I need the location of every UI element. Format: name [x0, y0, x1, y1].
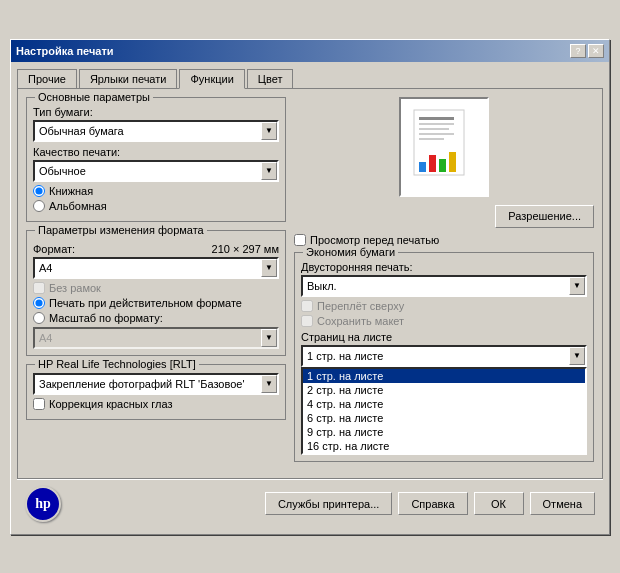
- left-column: Основные параметры Тип бумаги: Обычная б…: [26, 97, 286, 470]
- svg-rect-4: [419, 133, 454, 135]
- print-quality-label: Качество печати:: [33, 146, 279, 158]
- svg-rect-3: [419, 128, 449, 130]
- print-actual-radio[interactable]: [33, 297, 45, 309]
- print-actual-row: Печать при действительном формате: [33, 297, 279, 309]
- print-preview-box: [399, 97, 489, 197]
- format-params-group: Параметры изменения формата Формат: 210 …: [26, 230, 286, 356]
- scale-select-wrapper: A4 ▼: [33, 327, 279, 349]
- no-borders-row: Без рамок: [33, 282, 279, 294]
- paper-type-select[interactable]: Обычная бумага: [33, 120, 279, 142]
- svg-rect-7: [429, 155, 436, 172]
- tab-shortcuts[interactable]: Ярлыки печати: [79, 69, 178, 89]
- red-eye-label: Коррекция красных глаз: [49, 398, 172, 410]
- window-body: Прочие Ярлыки печати Функции Цвет Основн…: [11, 62, 609, 534]
- tab-content: Основные параметры Тип бумаги: Обычная б…: [17, 88, 603, 479]
- save-layout-label: Сохранить макет: [317, 315, 404, 327]
- window-controls: ? ✕: [570, 44, 604, 58]
- format-field-label: Формат:: [33, 243, 75, 255]
- tab-bar: Прочие Ярлыки печати Функции Цвет: [17, 68, 603, 88]
- scale-format-row: Масштаб по формату:: [33, 312, 279, 324]
- help-button[interactable]: Справка: [398, 492, 467, 515]
- economy-label: Экономия бумаги: [303, 246, 398, 258]
- preview-before-print-checkbox[interactable]: [294, 234, 306, 246]
- preview-svg: [409, 107, 479, 187]
- help-title-button[interactable]: ?: [570, 44, 586, 58]
- pages-list-item-4[interactable]: 6 стр. на листе: [303, 411, 585, 425]
- tab-color[interactable]: Цвет: [247, 69, 294, 89]
- pages-combo: ▼ 1 стр. на листе 2 стр. на листе 4 стр.…: [301, 345, 587, 455]
- staple-label: Переплёт сверху: [317, 300, 404, 312]
- services-button[interactable]: Службы принтера...: [265, 492, 392, 515]
- save-layout-checkbox[interactable]: [301, 315, 313, 327]
- rlt-group: HP Real Life Technologies [RLT] Закрепле…: [26, 364, 286, 420]
- basic-params-group: Основные параметры Тип бумаги: Обычная б…: [26, 97, 286, 222]
- bottom-bar: hp Службы принтера... Справка ОК Отмена: [17, 479, 603, 528]
- tab-other[interactable]: Прочие: [17, 69, 77, 89]
- pages-combo-input[interactable]: [301, 345, 587, 367]
- bottom-buttons: Службы принтера... Справка ОК Отмена: [265, 492, 595, 515]
- pages-per-sheet-section: Страниц на листе ▼ 1 стр. на листе: [301, 331, 587, 455]
- save-layout-row: Сохранить макет: [301, 315, 587, 327]
- resolution-row: Разрешение...: [294, 205, 594, 228]
- no-borders-checkbox[interactable]: [33, 282, 45, 294]
- basic-params-label: Основные параметры: [35, 91, 153, 103]
- orientation-book-radio[interactable]: [33, 185, 45, 197]
- red-eye-row: Коррекция красных глаз: [33, 398, 279, 410]
- hp-logo: hp: [25, 486, 61, 522]
- pages-list-item-6[interactable]: 16 стр. на листе: [303, 439, 585, 453]
- format-dimensions: 210 × 297 мм: [212, 243, 279, 255]
- ok-button[interactable]: ОК: [474, 492, 524, 515]
- print-settings-window: Настройка печати ? ✕ Прочие Ярлыки печат…: [10, 39, 610, 535]
- scale-format-radio[interactable]: [33, 312, 45, 324]
- format-select-wrapper: A4 ▼: [33, 257, 279, 279]
- preview-checkbox-row: Просмотр перед печатью: [294, 234, 594, 246]
- svg-rect-2: [419, 123, 454, 125]
- orientation-album-label: Альбомная: [49, 200, 107, 212]
- duplex-label: Двусторонняя печать:: [301, 261, 587, 273]
- svg-rect-5: [419, 138, 444, 140]
- rlt-select[interactable]: Закрепление фотографий RLT 'Базовое': [33, 373, 279, 395]
- duplex-select[interactable]: Выкл.: [301, 275, 587, 297]
- main-layout: Основные параметры Тип бумаги: Обычная б…: [26, 97, 594, 470]
- tab-functions[interactable]: Функции: [179, 69, 244, 89]
- title-bar: Настройка печати ? ✕: [11, 40, 609, 62]
- staple-checkbox[interactable]: [301, 300, 313, 312]
- orientation-album-row: Альбомная: [33, 200, 279, 212]
- paper-type-label: Тип бумаги:: [33, 106, 279, 118]
- pages-list-item-2[interactable]: 2 стр. на листе: [303, 383, 585, 397]
- close-title-button[interactable]: ✕: [588, 44, 604, 58]
- orientation-book-label: Книжная: [49, 185, 93, 197]
- no-borders-label: Без рамок: [49, 282, 101, 294]
- staple-row: Переплёт сверху: [301, 300, 587, 312]
- cancel-button[interactable]: Отмена: [530, 492, 595, 515]
- print-quality-select[interactable]: Обычное: [33, 160, 279, 182]
- pages-list-item-5[interactable]: 9 стр. на листе: [303, 425, 585, 439]
- svg-rect-6: [419, 162, 426, 172]
- duplex-select-wrapper: Выкл. ▼: [301, 275, 587, 297]
- pages-list-item-1[interactable]: 1 стр. на листе: [303, 369, 585, 383]
- economy-group: Экономия бумаги Двусторонняя печать: Вык…: [294, 252, 594, 462]
- svg-rect-8: [439, 159, 446, 172]
- pages-dropdown-list[interactable]: 1 стр. на листе 2 стр. на листе 4 стр. н…: [301, 367, 587, 455]
- rlt-label: HP Real Life Technologies [RLT]: [35, 358, 199, 370]
- preview-before-print-label: Просмотр перед печатью: [310, 234, 439, 246]
- print-quality-select-wrapper: Обычное ▼: [33, 160, 279, 182]
- red-eye-checkbox[interactable]: [33, 398, 45, 410]
- format-select[interactable]: A4: [33, 257, 279, 279]
- print-actual-label: Печать при действительном формате: [49, 297, 242, 309]
- resolution-button[interactable]: Разрешение...: [495, 205, 594, 228]
- orientation-book-row: Книжная: [33, 185, 279, 197]
- scale-format-label: Масштаб по формату:: [49, 312, 163, 324]
- right-column: Разрешение... Просмотр перед печатью Эко…: [294, 97, 594, 470]
- svg-rect-9: [449, 152, 456, 172]
- rlt-select-wrapper: Закрепление фотографий RLT 'Базовое' ▼: [33, 373, 279, 395]
- svg-rect-1: [419, 117, 454, 120]
- pages-combo-input-row: ▼: [301, 345, 587, 367]
- paper-type-select-wrapper: Обычная бумага ▼: [33, 120, 279, 142]
- window-title: Настройка печати: [16, 45, 114, 57]
- scale-select[interactable]: A4: [33, 327, 279, 349]
- format-section-label: Параметры изменения формата: [35, 224, 207, 236]
- pages-list-item-3[interactable]: 4 стр. на листе: [303, 397, 585, 411]
- orientation-album-radio[interactable]: [33, 200, 45, 212]
- pages-per-sheet-label: Страниц на листе: [301, 331, 587, 343]
